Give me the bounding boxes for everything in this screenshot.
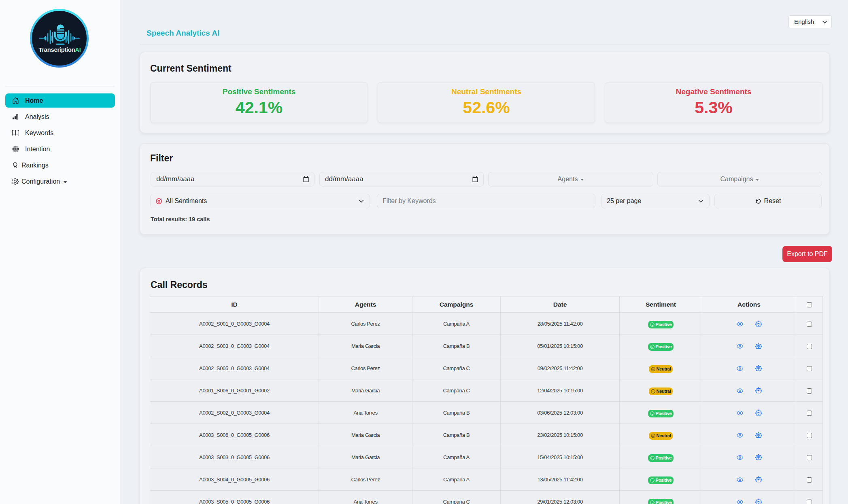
svg-text:TranscriptionAI: TranscriptionAI (38, 47, 81, 53)
